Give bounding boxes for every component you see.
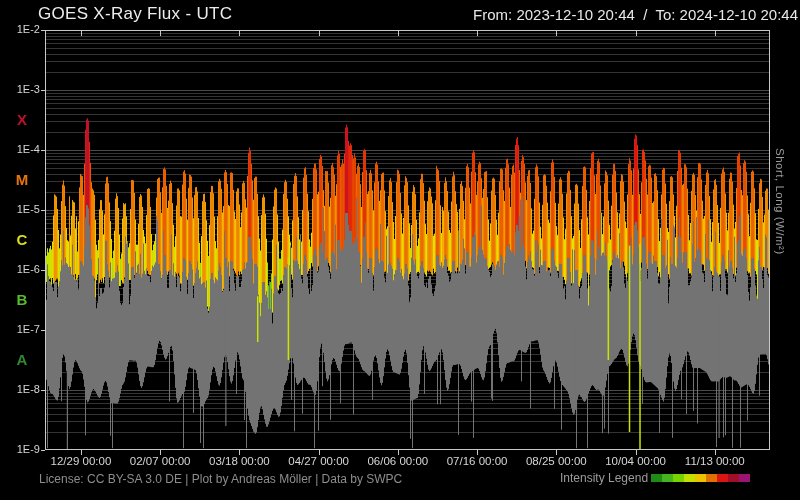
x-tick-label: 10/04 00:00 <box>594 455 678 467</box>
intensity-legend-label: Intensity Legend <box>560 471 648 485</box>
x-tick-label: 03/18 00:00 <box>197 455 281 467</box>
license-text: License: CC BY-SA 3.0 DE | Plot by Andre… <box>39 472 402 486</box>
flare-class-a: A <box>0 351 44 369</box>
x-tick-label: 12/29 00:00 <box>39 455 123 467</box>
flare-class-b: B <box>0 291 44 309</box>
x-tick-label: 11/13 00:00 <box>673 455 757 467</box>
x-tick-label: 07/16 00:00 <box>435 455 519 467</box>
intensity-swatch <box>684 474 695 482</box>
xray-flux-plot <box>0 0 800 500</box>
intensity-swatch <box>695 474 706 482</box>
right-axis-label: Short, Long (W/m²) <box>774 148 786 368</box>
intensity-legend: Intensity Legend <box>560 471 750 485</box>
intensity-swatch <box>662 474 673 482</box>
date-range: From: 2023-12-10 20:44 / To: 2024-12-10 … <box>473 6 798 23</box>
y-tick-label: 1E-9 <box>0 443 40 456</box>
y-tick-label: 1E-4 <box>0 143 40 156</box>
x-tick-label: 02/07 00:00 <box>118 455 202 467</box>
x-tick-label: 06/06 00:00 <box>356 455 440 467</box>
intensity-swatch <box>706 474 717 482</box>
intensity-swatch <box>673 474 684 482</box>
flare-class-m: M <box>0 171 44 189</box>
intensity-swatch <box>728 474 739 482</box>
intensity-legend-swatches <box>651 474 750 482</box>
flare-class-c: C <box>0 231 44 249</box>
y-tick-label: 1E-8 <box>0 383 40 396</box>
intensity-swatch <box>651 474 662 482</box>
x-tick-label: 08/25 00:00 <box>514 455 598 467</box>
y-tick-label: 1E-3 <box>0 83 40 96</box>
y-tick-label: 1E-6 <box>0 263 40 276</box>
page-title: GOES X-Ray Flux - UTC <box>38 4 232 24</box>
flare-class-x: X <box>0 111 44 129</box>
intensity-swatch <box>717 474 728 482</box>
x-tick-label: 04/27 00:00 <box>277 455 361 467</box>
intensity-swatch <box>739 474 750 482</box>
y-tick-label: 1E-5 <box>0 203 40 216</box>
y-tick-label: 1E-2 <box>0 23 40 36</box>
y-tick-label: 1E-7 <box>0 323 40 336</box>
